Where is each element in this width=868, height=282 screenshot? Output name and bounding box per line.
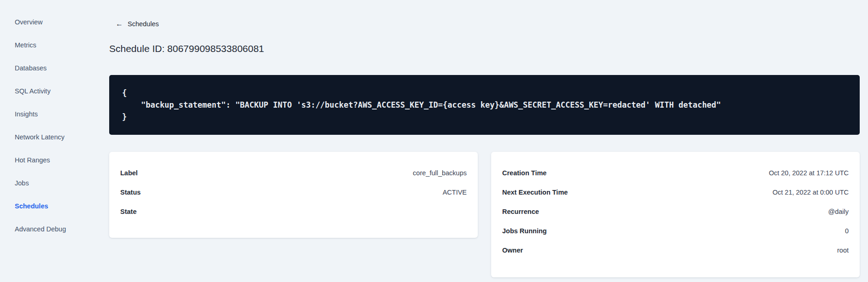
detail-row-value: core_full_backups xyxy=(413,169,467,177)
schedule-detail-page: ← Schedules Schedule ID: 806799098533806… xyxy=(109,0,860,282)
sidebar-item-sql-activity[interactable]: SQL Activity xyxy=(15,86,109,96)
detail-row: Recurrence@daily xyxy=(502,202,849,221)
sidebar-item-insights[interactable]: Insights xyxy=(15,109,109,119)
sidebar-item-databases[interactable]: Databases xyxy=(15,63,109,73)
back-link-label: Schedules xyxy=(128,19,159,29)
summary-cards: Labelcore_full_backupsStatusACTIVEState … xyxy=(109,152,860,277)
sidebar-item-overview[interactable]: Overview xyxy=(15,17,109,27)
sidebar-nav: OverviewMetricsDatabasesSQL ActivityInsi… xyxy=(0,0,109,282)
sidebar-item-advanced-debug[interactable]: Advanced Debug xyxy=(15,224,109,234)
detail-row-label: Next Execution Time xyxy=(502,189,568,196)
schedule-definition-code: { "backup_statement": "BACKUP INTO 's3:/… xyxy=(122,87,847,123)
detail-row-value: @daily xyxy=(828,208,849,215)
schedule-definition-block: { "backup_statement": "BACKUP INTO 's3:/… xyxy=(109,75,860,135)
detail-row-label: State xyxy=(120,208,136,215)
detail-row-value: root xyxy=(837,247,849,254)
schedule-timing-card: Creation TimeOct 20, 2022 at 17:12 UTCNe… xyxy=(491,152,860,277)
detail-row-value: 0 xyxy=(845,227,849,235)
detail-row-value: Oct 21, 2022 at 0:00 UTC xyxy=(773,189,849,196)
detail-row-label: Jobs Running xyxy=(502,227,547,235)
sidebar-item-schedules[interactable]: Schedules xyxy=(15,201,109,211)
detail-row-label: Label xyxy=(120,169,138,177)
schedule-details-card: Labelcore_full_backupsStatusACTIVEState xyxy=(109,152,478,238)
detail-row: Labelcore_full_backups xyxy=(120,163,467,183)
sidebar-item-metrics[interactable]: Metrics xyxy=(15,40,109,50)
detail-row-label: Recurrence xyxy=(502,208,539,215)
detail-row: Creation TimeOct 20, 2022 at 17:12 UTC xyxy=(502,163,849,183)
arrow-left-icon: ← xyxy=(116,19,123,29)
detail-row: Ownerroot xyxy=(502,241,849,260)
detail-row: Next Execution TimeOct 21, 2022 at 0:00 … xyxy=(502,183,849,202)
detail-row: Jobs Running0 xyxy=(502,221,849,241)
detail-row: State xyxy=(120,202,467,221)
sidebar-item-list: OverviewMetricsDatabasesSQL ActivityInsi… xyxy=(15,17,109,234)
back-to-schedules-link[interactable]: ← Schedules xyxy=(109,19,159,29)
detail-row-value: Oct 20, 2022 at 17:12 UTC xyxy=(769,169,849,177)
detail-row-value: ACTIVE xyxy=(443,189,467,196)
detail-row-label: Status xyxy=(120,189,141,196)
detail-row-label: Creation Time xyxy=(502,169,546,177)
sidebar-item-jobs[interactable]: Jobs xyxy=(15,178,109,188)
page-title: Schedule ID: 806799098533806081 xyxy=(109,42,860,55)
detail-row: StatusACTIVE xyxy=(120,183,467,202)
sidebar-item-hot-ranges[interactable]: Hot Ranges xyxy=(15,155,109,165)
sidebar-item-network-latency[interactable]: Network Latency xyxy=(15,132,109,142)
detail-row-label: Owner xyxy=(502,247,523,254)
